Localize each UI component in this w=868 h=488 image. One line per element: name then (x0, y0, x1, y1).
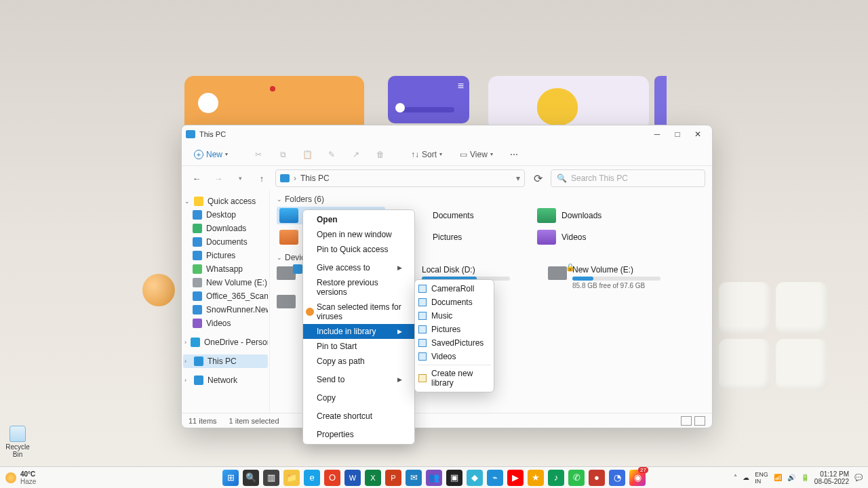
submenu-camera-roll[interactable]: CameraRoll (415, 282, 494, 296)
folder-pictures[interactable]: Pictures (406, 228, 514, 246)
submenu-saved-pictures[interactable]: SavedPictures (415, 336, 494, 350)
rename-icon[interactable]: ✎ (324, 147, 339, 162)
menu-create-shortcut[interactable]: Create shortcut (303, 409, 414, 424)
taskbar-youtube[interactable]: ▶ (507, 470, 524, 486)
menu-pin-start[interactable]: Pin to Start (303, 339, 414, 354)
menu-include-in-library[interactable]: Include in library▶ (303, 324, 414, 339)
cut-icon[interactable]: ✂ (251, 147, 266, 162)
wallpaper-decoration (395, 103, 405, 113)
menu-give-access-to[interactable]: Give access to▶ (303, 260, 414, 275)
taskbar-outlook[interactable]: ✉ (406, 470, 422, 486)
sidebar-this-pc[interactable]: ›This PC (183, 354, 268, 368)
titlebar[interactable]: This PC ─ □ ✕ (182, 125, 712, 143)
taskbar-search[interactable]: 🔍 (243, 470, 259, 486)
folder-documents[interactable]: Documents (406, 207, 514, 224)
tray-battery-icon[interactable]: 🔋 (801, 474, 809, 481)
menu-label: Pictures (431, 325, 460, 334)
maximize-button[interactable]: □ (667, 125, 688, 143)
taskbar-word[interactable]: W (344, 470, 361, 486)
taskbar-spotify[interactable]: ♪ (548, 470, 564, 486)
folder-videos[interactable]: Videos (534, 228, 643, 246)
taskbar-weather[interactable]: 40°C Haze (0, 470, 41, 485)
taskbar-whatsapp[interactable]: ✆ (568, 470, 585, 486)
sidebar-network[interactable]: ›Network (183, 373, 268, 387)
chevron-down-icon[interactable]: ▾ (516, 174, 520, 183)
view-large-button[interactable] (694, 416, 705, 426)
desktop-recycle-bin[interactable]: Recycle Bin (4, 426, 31, 458)
sidebar-item-pictures[interactable]: Pictures (183, 249, 268, 262)
drive-new-volume-e[interactable]: New Volume (E:) 85.8 GB free of 97.6 GB (548, 265, 663, 289)
taskbar-app5[interactable]: 27◉ (629, 470, 646, 486)
taskbar-powerpoint[interactable]: P (385, 470, 401, 486)
tray-language[interactable]: ENGIN (755, 471, 768, 485)
tray-volume-icon[interactable]: 🔊 (787, 474, 795, 481)
menu-properties[interactable]: Properties (303, 427, 414, 442)
taskbar-edge[interactable]: e (304, 470, 320, 486)
taskbar-excel[interactable]: X (365, 470, 381, 486)
sidebar-item-documents[interactable]: Documents (183, 235, 268, 249)
menu-copy[interactable]: Copy (303, 390, 414, 405)
sidebar-item-whatsapp[interactable]: Whatsapp (183, 262, 268, 276)
tray-onedrive-icon[interactable]: ☁ (743, 474, 749, 481)
sidebar-label: Network (208, 375, 237, 385)
sidebar-item-desktop[interactable]: Desktop (183, 208, 268, 222)
submenu-documents[interactable]: Documents (415, 296, 494, 309)
tray-notifications-icon[interactable]: 💬 (854, 474, 863, 481)
section-folders-header[interactable]: ⌄Folders (6) (277, 195, 705, 204)
sidebar-onedrive[interactable]: ›OneDrive - Personal (183, 336, 268, 349)
sidebar-item-office[interactable]: Office_365_Scan 04-15-20 (183, 289, 268, 303)
delete-icon[interactable]: 🗑 (373, 147, 388, 162)
address-bar[interactable]: › This PC ▾ (275, 169, 525, 187)
menu-pin-quick-access[interactable]: Pin to Quick access (303, 242, 414, 257)
menu-scan-viruses[interactable]: Scan selected items for viruses (303, 300, 414, 324)
address-path: This PC (300, 174, 330, 183)
tray-chevron-icon[interactable]: ˄ (734, 474, 737, 481)
menu-copy-as-path[interactable]: Copy as path (303, 354, 414, 369)
menu-open-new-window[interactable]: Open in new window (303, 227, 414, 242)
new-button[interactable]: + New ▾ (190, 148, 232, 161)
taskbar-office[interactable]: O (324, 470, 340, 486)
copy-icon[interactable]: ⧉ (275, 147, 290, 162)
nav-back-button[interactable]: ← (189, 170, 205, 186)
recycle-bin-icon (9, 426, 26, 442)
tray-wifi-icon[interactable]: 📶 (774, 474, 782, 481)
minimize-button[interactable]: ─ (647, 125, 667, 143)
search-input[interactable]: 🔍 Search This PC (551, 169, 705, 187)
submenu-videos[interactable]: Videos (415, 350, 494, 363)
tray-clock[interactable]: 01:12 PM 08-05-2022 (814, 470, 849, 485)
refresh-button[interactable]: ⟳ (530, 171, 545, 186)
nav-up-button[interactable]: ↑ (254, 170, 270, 186)
sort-button[interactable]: ↑↓Sort▾ (407, 148, 446, 161)
taskbar-vscode[interactable]: ⌁ (487, 470, 503, 486)
start-button[interactable]: ⊞ (222, 470, 239, 486)
menu-send-to[interactable]: Send to▶ (303, 372, 414, 387)
view-details-button[interactable] (681, 416, 692, 426)
taskbar-app2[interactable]: ★ (528, 470, 544, 486)
taskbar-app[interactable]: ◆ (467, 470, 483, 486)
documents-icon (193, 237, 202, 247)
taskbar-teams[interactable]: 👥 (426, 470, 442, 486)
taskbar-terminal[interactable]: ▣ (446, 470, 462, 486)
taskbar-app3[interactable]: ● (589, 470, 605, 486)
folder-downloads[interactable]: Downloads (534, 207, 643, 224)
taskbar-app4[interactable]: ◔ (609, 470, 625, 486)
submenu-create-new-library[interactable]: Create new library (415, 367, 494, 390)
view-button[interactable]: ▭View▾ (456, 148, 497, 161)
submenu-music[interactable]: Music (415, 309, 494, 323)
taskbar-taskview[interactable]: ▥ (263, 470, 279, 486)
sidebar-item-snowrunner[interactable]: SnowRunner.New.Frontie (183, 303, 268, 317)
paste-icon[interactable]: 📋 (300, 147, 315, 162)
nav-recent-button[interactable]: ▾ (232, 170, 248, 186)
more-button[interactable]: ⋯ (507, 147, 521, 162)
sidebar-item-downloads[interactable]: Downloads (183, 222, 268, 235)
sidebar-item-videos[interactable]: Videos (183, 317, 268, 330)
sidebar-item-volume-e[interactable]: New Volume (E:) (183, 276, 268, 289)
share-icon[interactable]: ↗ (349, 147, 363, 162)
menu-restore-previous[interactable]: Restore previous versions (303, 275, 414, 300)
sidebar-quick-access[interactable]: ⌄Quick access (183, 195, 268, 208)
close-button[interactable]: ✕ (688, 125, 708, 143)
submenu-pictures[interactable]: Pictures (415, 323, 494, 336)
taskbar-explorer[interactable]: 📁 (283, 470, 300, 486)
menu-open[interactable]: Open (303, 212, 414, 227)
nav-forward-button[interactable]: → (210, 170, 226, 186)
